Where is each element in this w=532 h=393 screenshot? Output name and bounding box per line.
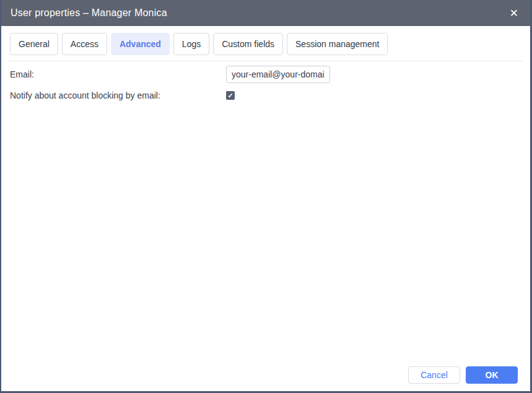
tab-access[interactable]: Access — [62, 33, 107, 55]
tab-bar: General Access Advanced Logs Custom fiel… — [1, 26, 530, 55]
ok-button[interactable]: OK — [466, 366, 518, 384]
tab-session-management[interactable]: Session management — [287, 33, 388, 55]
close-button[interactable]: ✕ — [507, 7, 521, 20]
close-icon: ✕ — [510, 7, 518, 19]
advanced-tab-panel: Email: Notify about account blocking by … — [1, 61, 530, 104]
email-input[interactable] — [226, 66, 330, 83]
email-label: Email: — [10, 69, 226, 79]
checkmark-icon: ✓ — [227, 92, 233, 99]
tab-advanced[interactable]: Advanced — [111, 33, 170, 55]
email-row: Email: — [10, 66, 521, 83]
tab-logs[interactable]: Logs — [173, 33, 209, 55]
dialog-footer: Cancel OK — [408, 366, 518, 384]
dialog-title: User properties – Manager Monica — [11, 7, 167, 19]
notify-row: Notify about account blocking by email: … — [10, 87, 521, 104]
notify-label: Notify about account blocking by email: — [10, 91, 226, 100]
user-properties-dialog: User properties – Manager Monica ✕ Gener… — [0, 0, 532, 393]
cancel-button[interactable]: Cancel — [408, 366, 460, 384]
notify-checkbox[interactable]: ✓ — [226, 91, 235, 100]
dialog-titlebar[interactable]: User properties – Manager Monica ✕ — [0, 0, 532, 26]
tab-general[interactable]: General — [10, 33, 58, 55]
tab-custom-fields[interactable]: Custom fields — [213, 33, 283, 55]
